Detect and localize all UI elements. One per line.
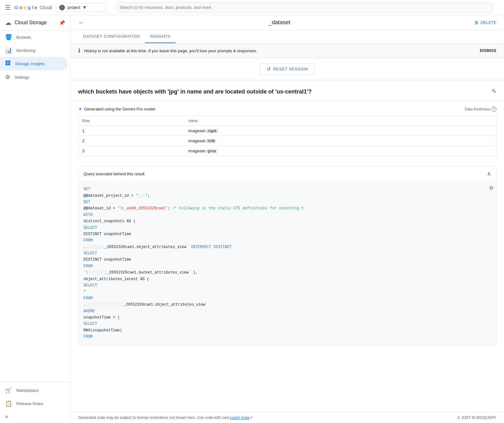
marketplace-icon: 🛒 bbox=[5, 387, 12, 394]
sidebar-item-monitoring[interactable]: 📊 Monitoring bbox=[0, 44, 68, 57]
results-table: Row name 1 imageset-mgsk 2 bbox=[78, 116, 496, 156]
dataset-title: _dataset bbox=[88, 19, 471, 26]
sidebar-item-release-notes[interactable]: 📋 Release Notes bbox=[0, 397, 68, 410]
data-freshness: Data freshness ? bbox=[465, 107, 496, 112]
cell-extra bbox=[443, 146, 496, 156]
data-freshness-info-icon[interactable]: ? bbox=[491, 107, 496, 112]
code-line: WITH bbox=[83, 212, 491, 218]
sidebar-collapse-btn[interactable]: « bbox=[0, 410, 70, 423]
column-header-name: name bbox=[185, 116, 443, 126]
external-link-icon: ↗ bbox=[249, 415, 253, 420]
sidebar: ☁ Cloud Storage 📌 🪣 Buckets 📊 Monitoring… bbox=[0, 15, 71, 423]
code-line: FROM bbox=[83, 295, 491, 302]
sidebar-bottom: 🛒 Marketplace 📋 Release Notes « bbox=[0, 382, 70, 423]
code-line: WHERE bbox=[83, 308, 491, 314]
query-details-title: Query executed behind this result bbox=[83, 172, 145, 176]
monitoring-icon: 📊 bbox=[5, 47, 12, 54]
table-body: 1 imageset-mgsk 2 imageset-hhfb 3 images… bbox=[78, 126, 496, 156]
delete-icon: 🗑 bbox=[474, 20, 478, 25]
learn-more-link[interactable]: Learn more bbox=[230, 415, 249, 420]
sidebar-title: Cloud Storage bbox=[14, 20, 47, 25]
tab-insights[interactable]: INSIGHTS bbox=[145, 30, 175, 43]
svg-rect-1 bbox=[8, 61, 10, 63]
code-line: ._26552328cae1.object_attributes_view` bbox=[83, 302, 491, 308]
main-layout: ☁ Cloud Storage 📌 🪣 Buckets 📊 Monitoring… bbox=[0, 15, 504, 423]
code-line: FROM bbox=[83, 237, 491, 244]
back-button[interactable]: ← bbox=[78, 19, 84, 26]
query-details: Query executed behind this result ∧ ⧉ SE… bbox=[78, 166, 496, 345]
storage-insights-icon bbox=[5, 60, 11, 67]
pin-icon[interactable]: 📌 bbox=[59, 20, 65, 26]
collapse-icon: « bbox=[5, 413, 8, 420]
sidebar-item-settings[interactable]: ⚙ Settings bbox=[0, 70, 68, 84]
sidebar-item-marketplace[interactable]: 🛒 Marketplace bbox=[0, 384, 68, 397]
code-line: snapshotTime = ( bbox=[83, 314, 491, 321]
sidebar-header: ☁ Cloud Storage 📌 bbox=[0, 15, 70, 31]
reset-icon: ↺ bbox=[266, 66, 271, 72]
column-header-empty bbox=[443, 116, 496, 126]
search-bar[interactable] bbox=[115, 2, 494, 13]
code-line: SELECT bbox=[83, 225, 491, 231]
query-details-toggle[interactable]: Query executed behind this result ∧ bbox=[78, 166, 496, 181]
query-text: which buckets have objects with 'jpg' in… bbox=[78, 88, 488, 96]
release-notes-icon: 📋 bbox=[5, 400, 12, 407]
edit-bigquery-icon: ⊙ bbox=[457, 415, 460, 420]
code-line: MAX(snapshotTime) bbox=[83, 327, 491, 334]
footer-text: Generated code may be subject to license… bbox=[78, 415, 230, 420]
code-line: `:_26552328cae1.bucket_attributes_view` … bbox=[83, 269, 491, 276]
query-section: which buckets have objects with 'jpg' in… bbox=[71, 80, 504, 101]
svg-rect-3 bbox=[8, 63, 10, 65]
code-line: FROM bbox=[83, 263, 491, 269]
settings-icon: ⚙ bbox=[5, 74, 10, 81]
results-section: ✦ Generated using the Gemini Pro model D… bbox=[71, 101, 504, 166]
code-line: DISTINCT snapshotTime bbox=[83, 231, 491, 237]
code-line: object_attributes_latest AS ( bbox=[83, 276, 491, 282]
sidebar-item-label: Marketplace bbox=[16, 388, 39, 393]
code-line: * bbox=[83, 289, 491, 295]
gemini-label: Generated using the Gemini Pro model bbox=[84, 107, 155, 111]
search-input[interactable] bbox=[115, 2, 494, 13]
main-content: ← _dataset 🗑 DELETE DATASET CONFIGURATIO… bbox=[71, 15, 504, 423]
edit-in-bigquery-button[interactable]: ⊙ EDIT IN BIGQUERY bbox=[457, 415, 496, 420]
code-line: SELECT bbox=[83, 282, 491, 289]
delete-label: DELETE bbox=[480, 20, 496, 25]
code-line: SET bbox=[83, 186, 491, 192]
info-icon: ℹ bbox=[78, 47, 80, 54]
project-selector[interactable]: i :project ▼ bbox=[56, 3, 106, 12]
gemini-icon: ✦ bbox=[78, 106, 82, 112]
code-line: distinct_snapshots AS ( bbox=[83, 218, 491, 224]
topbar: ☰ GoogleCloud i :project ▼ bbox=[0, 0, 504, 15]
sidebar-item-label: Monitoring bbox=[16, 48, 36, 53]
dismiss-button[interactable]: DISMISS bbox=[480, 48, 496, 53]
table-row: 1 imageset-mgsk bbox=[78, 126, 496, 136]
chevron-down-icon: ▼ bbox=[82, 5, 87, 10]
cell-extra bbox=[443, 136, 496, 146]
table-header: Row name bbox=[78, 116, 496, 126]
delete-button[interactable]: 🗑 DELETE bbox=[474, 20, 496, 25]
menu-icon[interactable]: ☰ bbox=[5, 4, 11, 11]
reset-section: ↺ RESET SESSION bbox=[71, 58, 504, 80]
sidebar-item-label: Buckets bbox=[16, 35, 31, 40]
copy-icon[interactable]: ⧉ bbox=[490, 184, 493, 193]
gemini-badge: ✦ Generated using the Gemini Pro model bbox=[78, 106, 155, 112]
edit-bigquery-label: EDIT IN BIGQUERY bbox=[462, 415, 496, 420]
alert-banner: ℹ History is not available at this time.… bbox=[71, 43, 504, 58]
tab-dataset-configuration[interactable]: DATASET CONFIGURATION bbox=[78, 30, 145, 43]
sidebar-item-storage-insights[interactable]: Storage Insights bbox=[0, 57, 68, 70]
table-row: 2 imageset-hhfb bbox=[78, 136, 496, 146]
code-line: FROM bbox=[83, 334, 491, 340]
project-icon: i bbox=[59, 5, 65, 10]
project-name: :project bbox=[67, 5, 80, 10]
cell-row: 2 bbox=[78, 136, 185, 146]
code-line: ._26552328cae1.object_attributes_view` I… bbox=[83, 244, 491, 250]
google-cloud-logo: GoogleCloud bbox=[14, 5, 52, 10]
code-line: DISTINCT snapshotTime bbox=[83, 257, 491, 263]
reset-session-button[interactable]: ↺ RESET SESSION bbox=[260, 63, 315, 75]
sidebar-item-buckets[interactable]: 🪣 Buckets bbox=[0, 31, 68, 44]
page-content: ℹ History is not available at this time.… bbox=[71, 43, 504, 412]
cell-name: imageset-mgsk bbox=[185, 126, 443, 136]
cell-name: imageset-gnna bbox=[185, 146, 443, 156]
project-icon-letter: i bbox=[62, 6, 62, 9]
edit-query-icon[interactable]: ✎ bbox=[492, 88, 496, 95]
code-line: @@dataset_id = 'b_a4d0_26552328cae1'; /*… bbox=[83, 205, 491, 212]
